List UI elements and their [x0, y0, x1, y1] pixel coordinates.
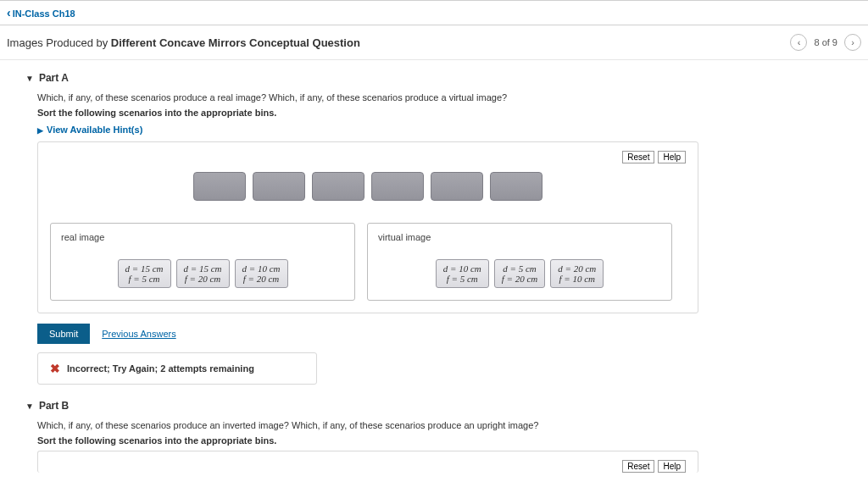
part-b-instruction: Sort the following scenarios into the ap…: [37, 435, 843, 446]
pool-item[interactable]: [193, 172, 246, 201]
scenario-card[interactable]: d = 10 cmf = 5 cm: [436, 259, 489, 288]
pool-item[interactable]: [490, 172, 542, 201]
bin-title: real image: [61, 232, 344, 242]
sort-arena: Reset Help real image d = 15 cmf = 5 cm …: [37, 141, 698, 313]
item-pool: [50, 172, 686, 201]
reset-button[interactable]: Reset: [622, 460, 654, 473]
collapse-icon[interactable]: ▼: [25, 402, 34, 411]
title-bold: Different Concave Mirrors Conceptual Que…: [111, 36, 360, 49]
prev-page-button[interactable]: ‹: [790, 34, 807, 51]
scenario-card[interactable]: d = 15 cmf = 20 cm: [176, 259, 230, 288]
sort-arena-b: Reset Help: [37, 451, 698, 473]
part-b-title: Part B: [39, 400, 69, 412]
help-button[interactable]: Help: [658, 460, 686, 473]
previous-answers-link[interactable]: Previous Answers: [102, 329, 175, 339]
feedback-text: Incorrect; Try Again; 2 attempts remaini…: [67, 363, 254, 374]
page-title: Images Produced by Different Concave Mir…: [7, 36, 360, 49]
scenario-card[interactable]: d = 5 cmf = 20 cm: [494, 259, 546, 288]
pool-item[interactable]: [312, 172, 364, 201]
submit-button[interactable]: Submit: [37, 324, 90, 344]
back-link[interactable]: IN-Class Ch18: [7, 8, 75, 19]
incorrect-icon: ✖: [50, 362, 60, 375]
bin-virtual-image[interactable]: virtual image d = 10 cmf = 5 cm d = 5 cm…: [367, 223, 672, 301]
part-b: ▼ Part B Which, if any, of these scenari…: [25, 400, 843, 473]
pool-item[interactable]: [253, 172, 305, 201]
reset-button[interactable]: Reset: [622, 151, 654, 163]
page-header: Images Produced by Different Concave Mir…: [0, 25, 868, 60]
next-page-button[interactable]: ›: [844, 34, 861, 51]
pager-label: 8 of 9: [814, 37, 837, 47]
collapse-icon[interactable]: ▼: [25, 74, 34, 83]
scenario-card[interactable]: d = 15 cmf = 5 cm: [118, 259, 171, 288]
pool-item[interactable]: [371, 172, 424, 201]
title-plain: Images Produced by: [7, 36, 111, 49]
help-button[interactable]: Help: [658, 151, 686, 163]
part-a-instruction: Sort the following scenarios into the ap…: [37, 108, 843, 118]
pager: ‹ 8 of 9 ›: [790, 34, 861, 51]
view-hints-link[interactable]: View Available Hint(s): [37, 125, 843, 135]
pool-item[interactable]: [431, 172, 483, 201]
scenario-card[interactable]: d = 20 cmf = 10 cm: [550, 259, 604, 288]
part-a: ▼ Part A Which, if any, of these scenari…: [25, 72, 843, 385]
part-a-title: Part A: [39, 72, 69, 84]
feedback-box: ✖ Incorrect; Try Again; 2 attempts remai…: [37, 352, 317, 385]
part-a-prompt: Which, if any, of these scenarios produc…: [37, 92, 843, 102]
part-b-prompt: Which, if any, of these scenarios produc…: [37, 420, 843, 430]
bin-real-image[interactable]: real image d = 15 cmf = 5 cm d = 15 cmf …: [50, 223, 355, 301]
bin-title: virtual image: [378, 232, 661, 242]
scenario-card[interactable]: d = 10 cmf = 20 cm: [235, 259, 288, 288]
